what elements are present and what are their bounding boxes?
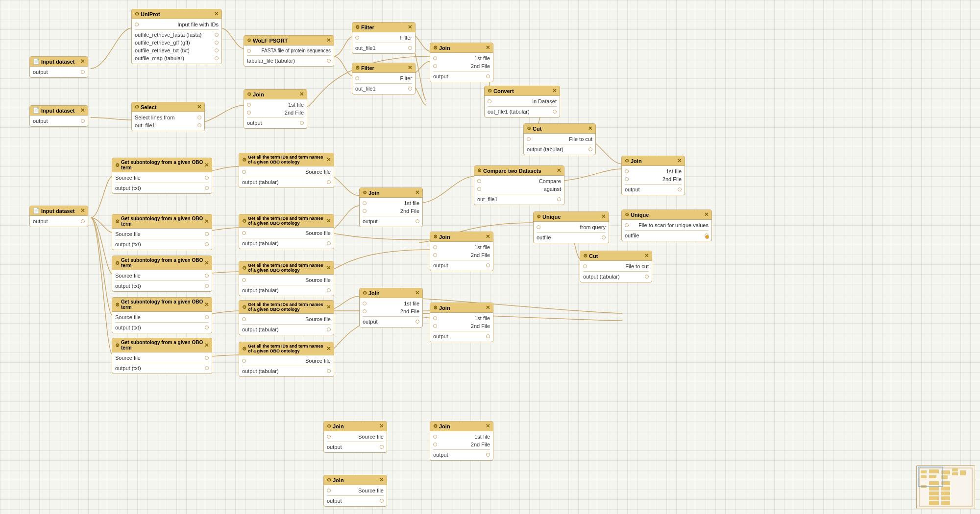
port-out-ids2[interactable]	[327, 241, 331, 245]
port-in-ids2-src[interactable]	[242, 231, 246, 235]
port-out-joinm1[interactable]	[416, 219, 419, 223]
close-join-right-1[interactable]: ✕	[677, 158, 682, 164]
close-input-dataset-3[interactable]: ✕	[80, 208, 85, 214]
port-out-join2[interactable]	[486, 74, 490, 78]
close-ids-1[interactable]: ✕	[326, 157, 331, 163]
port-in-unique2[interactable]	[625, 223, 629, 227]
port-in-joinm3-2nd[interactable]	[363, 309, 367, 313]
close-sub-1[interactable]: ✕	[204, 162, 209, 168]
port-in-joinm1-2nd[interactable]	[363, 209, 367, 213]
port-out-convert[interactable]	[553, 110, 557, 114]
port-output-dataset-2[interactable]	[81, 119, 85, 123]
port-out-joinm2[interactable]	[486, 263, 490, 267]
port-in-join2-2nd[interactable]	[433, 64, 437, 68]
close-join-mid-2[interactable]: ✕	[486, 234, 490, 240]
close-join-mid-3[interactable]: ✕	[415, 290, 419, 296]
port-in-filter2[interactable]	[355, 76, 359, 80]
port-out-join-top[interactable]	[300, 121, 304, 125]
port-in-join-top-2nd[interactable]	[247, 111, 251, 115]
port-out-joinr1[interactable]	[678, 187, 682, 191]
port-in-joinm4-2nd[interactable]	[433, 324, 437, 328]
close-sub-3[interactable]: ✕	[204, 260, 209, 266]
port-in-cut2[interactable]	[583, 264, 587, 268]
close-input-dataset-1[interactable]: ✕	[80, 58, 85, 65]
port-out-sub2-txt[interactable]	[205, 242, 209, 246]
port-in-joinr2a-2nd[interactable]	[433, 443, 437, 446]
port-in-compare[interactable]	[477, 179, 481, 183]
port-in-join-top-1st[interactable]	[247, 103, 251, 107]
close-unique-2[interactable]: ✕	[704, 211, 709, 218]
port-out-sub2-src[interactable]	[205, 232, 209, 236]
close-ids-2[interactable]: ✕	[326, 218, 331, 224]
port-out-cut1[interactable]	[588, 147, 592, 151]
port-out-filter1-file1[interactable]	[408, 46, 412, 50]
minimap[interactable]	[916, 465, 975, 509]
port-in-against[interactable]	[477, 187, 481, 191]
port-in-ids1-src[interactable]	[242, 170, 246, 174]
port-out-ids3[interactable]	[327, 288, 331, 292]
port-in-ids4-src[interactable]	[242, 317, 246, 321]
port-in-joinm2-2nd[interactable]	[433, 253, 437, 257]
close-cut-1[interactable]: ✕	[588, 125, 592, 132]
port-out-sub4-txt[interactable]	[205, 326, 209, 329]
port-out-sub5-src[interactable]	[205, 356, 209, 360]
close-sub-4[interactable]: ✕	[204, 302, 209, 308]
port-in-filter1[interactable]	[355, 36, 359, 40]
close-join-top[interactable]: ✕	[299, 91, 304, 97]
port-out-ids4[interactable]	[327, 327, 331, 331]
port-out-ids1[interactable]	[327, 180, 331, 184]
port-in-convert[interactable]	[488, 99, 491, 103]
port-out-cut2[interactable]	[645, 275, 649, 279]
port-output-dataset-1[interactable]	[81, 70, 85, 74]
port-out-ids5[interactable]	[327, 369, 331, 373]
port-in-join2-1st[interactable]	[433, 56, 437, 60]
port-out-joinr2a[interactable]	[486, 453, 490, 457]
port-out-sub3-txt[interactable]	[205, 284, 209, 288]
port-out-map[interactable]	[215, 56, 219, 60]
port-in-unique-query[interactable]	[537, 225, 540, 229]
port-out-unique[interactable]	[602, 235, 606, 239]
port-out-wolf-tabular[interactable]	[327, 59, 331, 63]
close-select[interactable]: ✕	[197, 104, 201, 110]
close-ids-3[interactable]: ✕	[326, 265, 331, 271]
port-out-joinm3[interactable]	[416, 320, 419, 324]
close-input-dataset-2[interactable]: ✕	[80, 107, 85, 114]
port-out-joinb2[interactable]	[380, 499, 384, 503]
close-filter-2[interactable]: ✕	[408, 65, 412, 71]
port-out-sub3-src[interactable]	[205, 274, 209, 278]
close-uniprot[interactable]: ✕	[214, 11, 219, 17]
port-out-sub5-txt[interactable]	[205, 366, 209, 370]
port-in-cut1[interactable]	[527, 137, 531, 141]
close-unique[interactable]: ✕	[601, 213, 606, 220]
close-sub-5[interactable]: ✕	[204, 342, 209, 349]
port-out-unique2[interactable]	[705, 234, 709, 237]
close-ids-4[interactable]: ✕	[326, 304, 331, 310]
close-cut-2[interactable]: ✕	[644, 253, 649, 259]
port-out-sub1-src[interactable]	[205, 176, 209, 180]
close-joinb1[interactable]: ✕	[379, 423, 384, 429]
port-out-filter2-file1[interactable]	[408, 87, 412, 91]
port-out-txt[interactable]	[215, 48, 219, 52]
close-joinr2a[interactable]: ✕	[486, 423, 490, 429]
port-out-gff[interactable]	[215, 41, 219, 45]
close-compare[interactable]: ✕	[557, 167, 561, 174]
port-out-select-lines[interactable]	[197, 116, 201, 119]
close-filter-1[interactable]: ✕	[408, 24, 412, 30]
port-in-joinm1-1st[interactable]	[363, 201, 367, 205]
port-out-joinb1[interactable]	[380, 445, 384, 449]
close-join-2[interactable]: ✕	[486, 45, 490, 51]
port-in-uniprot-ids[interactable]	[135, 23, 139, 26]
port-out-compare[interactable]	[557, 197, 561, 201]
port-in-ids3-src[interactable]	[242, 278, 246, 282]
port-in-joinm4-1st[interactable]	[433, 316, 437, 320]
port-in-joinr1-2nd[interactable]	[625, 177, 629, 181]
port-out-select-file1[interactable]	[197, 123, 201, 127]
port-output-dataset-3[interactable]	[81, 219, 85, 223]
port-in-joinb2-src[interactable]	[327, 489, 331, 492]
close-convert[interactable]: ✕	[552, 88, 557, 94]
port-in-joinm2-1st[interactable]	[433, 245, 437, 249]
port-in-joinr1-1st[interactable]	[625, 169, 629, 173]
port-in-ids5-src[interactable]	[242, 359, 246, 363]
close-joinb2[interactable]: ✕	[379, 477, 384, 483]
port-in-wolf-fasta[interactable]	[247, 49, 251, 53]
